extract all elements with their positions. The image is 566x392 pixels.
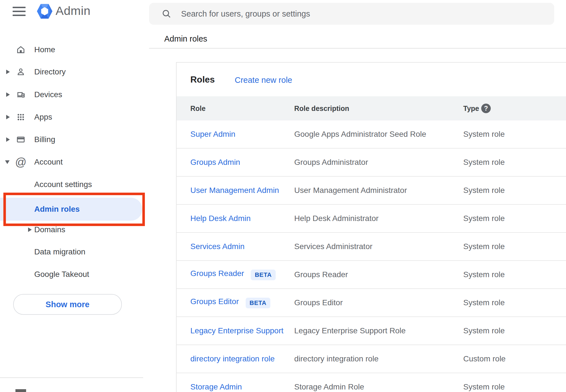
role-link[interactable]: Legacy Enterprise Support <box>190 326 284 335</box>
sidebar-item-label: Google Takeout <box>34 270 89 279</box>
sidebar-item-label: Directory <box>34 67 66 76</box>
role-type: System role <box>463 326 505 335</box>
sidebar-item-label: Domains <box>34 225 65 234</box>
sidebar-item-account-settings[interactable]: Account settings <box>0 178 149 191</box>
role-type: System role <box>463 130 505 139</box>
column-header-type: Type <box>463 104 479 113</box>
panel-title: Roles <box>190 74 215 85</box>
sidebar-item-account[interactable]: @ Account <box>0 156 149 168</box>
expand-arrow-icon[interactable] <box>6 137 10 142</box>
collapse-arrow-icon[interactable] <box>5 160 10 164</box>
roles-panel: Roles Create new role Role Role descript… <box>176 62 566 392</box>
role-link[interactable]: Storage Admin <box>190 382 242 391</box>
table-row: Services Admin Services Administrator Sy… <box>177 233 566 261</box>
table-row: Groups EditorBETA Groups Editor System r… <box>177 289 566 317</box>
role-type: System role <box>463 298 505 307</box>
search-icon <box>161 9 172 19</box>
role-link[interactable]: Groups Reader <box>190 269 244 278</box>
sidebar-item-label: Account settings <box>34 180 92 189</box>
sidebar-item-devices[interactable]: Devices <box>0 88 149 101</box>
role-description: Help Desk Administrator <box>294 214 378 223</box>
role-description: Groups Administrator <box>294 158 368 167</box>
sidebar-item-billing[interactable]: Billing <box>0 133 149 146</box>
sidebar-item-data-migration[interactable]: Data migration <box>0 246 149 258</box>
roles-table-body: Super Admin Google Apps Administrator Se… <box>177 120 566 392</box>
role-description: Storage Admin Role <box>294 382 364 391</box>
help-icon[interactable]: ? <box>481 104 491 113</box>
role-link[interactable]: Help Desk Admin <box>190 214 251 223</box>
table-header: Role Role description Type ? <box>177 96 566 120</box>
role-link[interactable]: Groups Editor <box>190 297 239 306</box>
credit-card-icon <box>16 135 26 145</box>
sidebar-item-domains[interactable]: Domains <box>0 224 149 236</box>
sidebar-item-admin-roles[interactable]: Admin roles <box>0 198 142 221</box>
sidebar-item-label: Admin roles <box>34 205 80 214</box>
sidebar-item-apps[interactable]: Apps <box>0 111 149 123</box>
expand-arrow-icon[interactable] <box>28 227 32 232</box>
table-row: Legacy Enterprise Support Legacy Enterpr… <box>177 317 566 345</box>
breadcrumb: Admin roles <box>164 34 207 44</box>
table-row: Storage Admin Storage Admin Role System … <box>177 373 566 392</box>
partial-bottom-icon <box>15 389 26 392</box>
role-link[interactable]: Groups Admin <box>190 158 240 167</box>
role-type: Custom role <box>463 354 506 363</box>
role-description: Groups Editor <box>294 298 343 307</box>
sidebar-item-label: Devices <box>34 90 62 99</box>
devices-icon <box>16 90 26 100</box>
at-sign-icon: @ <box>16 157 26 167</box>
create-new-role-link[interactable]: Create new role <box>235 76 292 85</box>
role-type: System role <box>463 214 505 223</box>
role-type: System role <box>463 158 505 167</box>
table-row: User Management Admin User Management Ad… <box>177 177 566 205</box>
sidebar-item-label: Data migration <box>34 247 85 256</box>
apps-grid-icon <box>16 112 26 122</box>
column-header-role: Role <box>190 104 206 113</box>
header-divider <box>149 48 566 49</box>
table-row: Groups Admin Groups Administrator System… <box>177 149 566 177</box>
sidebar-item-home[interactable]: Home <box>0 44 149 56</box>
sidebar-item-label: Billing <box>34 135 55 144</box>
app-title: Admin <box>56 4 90 18</box>
table-row: directory integration role directory int… <box>177 345 566 373</box>
expand-arrow-icon[interactable] <box>6 115 10 119</box>
sidebar-item-directory[interactable]: Directory <box>0 66 149 78</box>
sidebar-item-google-takeout[interactable]: Google Takeout <box>0 268 149 281</box>
role-link[interactable]: directory integration role <box>190 354 275 363</box>
role-description: Services Administrator <box>294 242 373 251</box>
menu-hamburger-icon[interactable] <box>13 6 26 17</box>
role-type: System role <box>463 186 505 195</box>
person-icon <box>16 67 26 77</box>
role-type: System role <box>463 270 505 279</box>
role-description: User Management Administrator <box>294 186 407 195</box>
role-description: directory integration role <box>294 354 378 363</box>
sidebar-divider <box>0 377 143 378</box>
role-link[interactable]: Super Admin <box>190 130 235 138</box>
table-row: Groups ReaderBETA Groups Reader System r… <box>177 261 566 289</box>
role-link[interactable]: Services Admin <box>190 242 245 251</box>
beta-badge: BETA <box>251 270 275 280</box>
role-description: Google Apps Administrator Seed Role <box>294 130 426 139</box>
expand-arrow-icon[interactable] <box>6 70 10 74</box>
sidebar-item-label: Account <box>34 158 63 167</box>
sidebar-item-label: Apps <box>34 113 52 122</box>
sidebar-item-label: Home <box>34 45 55 54</box>
role-description: Groups Reader <box>294 270 348 279</box>
role-type: System role <box>463 382 505 391</box>
role-description: Legacy Enterprise Support Role <box>294 326 406 335</box>
show-more-button[interactable]: Show more <box>13 294 122 315</box>
table-row: Super Admin Google Apps Administrator Se… <box>177 120 566 149</box>
search-input[interactable] <box>181 9 554 19</box>
column-header-role-description: Role description <box>294 104 349 113</box>
role-type: System role <box>463 242 505 251</box>
global-search[interactable] <box>149 3 554 25</box>
beta-badge: BETA <box>246 298 270 308</box>
role-link[interactable]: User Management Admin <box>190 186 279 195</box>
table-row: Help Desk Admin Help Desk Administrator … <box>177 205 566 233</box>
home-icon <box>16 45 26 55</box>
expand-arrow-icon[interactable] <box>6 92 10 97</box>
google-admin-logo-icon <box>35 2 54 20</box>
